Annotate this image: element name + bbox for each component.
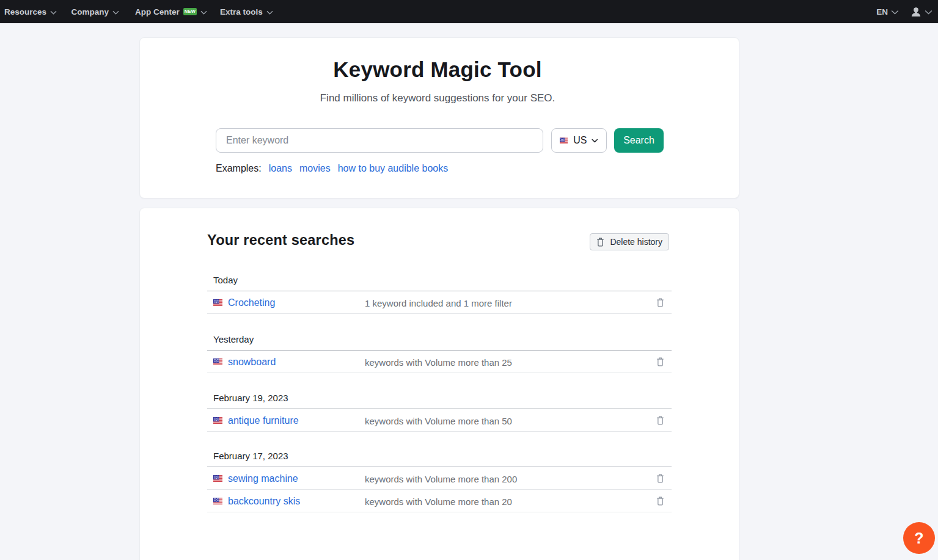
history-row: sewing machine keywords with Volume more…: [207, 467, 672, 490]
delete-history-button[interactable]: Delete history: [590, 233, 669, 250]
new-badge: NEW: [183, 8, 197, 15]
nav-item-label: Resources: [4, 7, 46, 16]
chevron-down-icon: [592, 139, 598, 143]
trash-icon: [656, 357, 664, 366]
history-keyword-link[interactable]: backcountry skis: [228, 496, 300, 507]
us-flag-icon: [213, 358, 222, 365]
chevron-down-icon: [112, 10, 119, 15]
trash-icon: [656, 416, 664, 425]
profile-menu[interactable]: [911, 7, 933, 17]
keyword-cell: Crocheting: [213, 297, 365, 308]
database-select[interactable]: US: [551, 128, 607, 153]
page-subtitle: Find millions of keyword suggestions for…: [136, 91, 739, 106]
nav-item-resources[interactable]: Resources: [4, 7, 57, 16]
trash-icon: [656, 474, 664, 483]
nav-item-label: Company: [71, 7, 109, 16]
chevron-down-icon: [50, 10, 57, 15]
main-content: Keyword Magic Tool Find millions of keyw…: [0, 37, 938, 560]
nav-item-extra-tools[interactable]: Extra tools: [220, 7, 273, 16]
keyword-input[interactable]: [216, 128, 543, 153]
history-keyword-link[interactable]: sewing machine: [228, 473, 298, 484]
nav-item-company[interactable]: Company: [71, 7, 120, 16]
example-link[interactable]: movies: [299, 162, 331, 174]
top-navbar: Resources Company App Center NEW Extra t…: [0, 0, 938, 23]
delete-row-button[interactable]: [656, 298, 664, 307]
history-row-description: keywords with Volume more than 200: [365, 474, 656, 484]
search-button[interactable]: Search: [614, 128, 664, 153]
nav-item-app-center[interactable]: App Center NEW: [135, 7, 207, 16]
keyword-cell: antique furniture: [213, 415, 365, 426]
chevron-down-icon: [266, 10, 273, 15]
delete-row-button[interactable]: [656, 474, 664, 483]
search-row: US Search: [216, 128, 664, 153]
history-keyword-link[interactable]: snowboard: [228, 357, 276, 368]
examples-label: Examples:: [216, 162, 262, 174]
history-group: Yesterday snowboard keywords with Volume…: [207, 333, 672, 373]
keyword-cell: snowboard: [213, 356, 365, 367]
examples-row: Examples: loans movies how to buy audibl…: [216, 162, 739, 174]
trash-icon: [656, 298, 664, 307]
us-flag-icon: [213, 498, 222, 504]
delete-row-button[interactable]: [656, 416, 664, 425]
history-group: February 17, 2023 sewing machine keyword…: [207, 450, 672, 512]
delete-row-button[interactable]: [656, 357, 664, 366]
recent-searches-card: Your recent searches Delete history Toda…: [139, 208, 739, 560]
history-keyword-link[interactable]: antique furniture: [228, 415, 299, 426]
keyword-cell: backcountry skis: [213, 495, 365, 506]
history-keyword-link[interactable]: Crocheting: [228, 297, 275, 308]
delete-history-label: Delete history: [610, 237, 662, 247]
trash-icon: [596, 238, 604, 247]
chevron-down-icon: [925, 10, 933, 15]
database-label: US: [573, 135, 587, 146]
history-header: Your recent searches Delete history: [207, 208, 672, 250]
history-group: February 19, 2023 antique furniture keyw…: [207, 392, 672, 432]
user-icon: [911, 7, 921, 17]
history-group-rows: Crocheting 1 keyword included and 1 more…: [207, 291, 672, 314]
history-group-rows: antique furniture keywords with Volume m…: [207, 409, 672, 432]
example-link[interactable]: how to buy audible books: [338, 162, 449, 174]
history-title: Your recent searches: [207, 231, 354, 249]
nav-item-label: Extra tools: [220, 7, 263, 16]
history-row-description: keywords with Volume more than 20: [365, 496, 656, 507]
keyword-cell: sewing machine: [213, 473, 365, 484]
help-button[interactable]: ?: [903, 522, 935, 554]
history-group-date: February 17, 2023: [207, 450, 672, 462]
history-group-date: February 19, 2023: [207, 392, 672, 404]
chevron-down-icon: [891, 10, 899, 15]
history-group-rows: sewing machine keywords with Volume more…: [207, 467, 672, 512]
history-group: Today Crocheting 1 keyword included and …: [207, 274, 672, 314]
history-row: Crocheting 1 keyword included and 1 more…: [207, 291, 672, 314]
chevron-down-icon: [200, 10, 207, 15]
language-label: EN: [876, 7, 888, 16]
delete-row-button[interactable]: [656, 496, 664, 506]
nav-item-label: App Center: [135, 7, 180, 16]
history-group-rows: snowboard keywords with Volume more than…: [207, 350, 672, 373]
search-card: Keyword Magic Tool Find millions of keyw…: [139, 37, 739, 198]
language-selector[interactable]: EN: [876, 7, 899, 16]
us-flag-icon: [213, 417, 222, 424]
history-row: snowboard keywords with Volume more than…: [207, 351, 672, 373]
history-group-date: Today: [207, 274, 672, 286]
history-row-description: keywords with Volume more than 50: [365, 416, 656, 426]
history-row: antique furniture keywords with Volume m…: [207, 409, 672, 432]
us-flag-icon: [213, 475, 222, 482]
page-title: Keyword Magic Tool: [136, 38, 739, 83]
history-group-date: Yesterday: [207, 333, 672, 346]
history-row-description: 1 keyword included and 1 more filter: [365, 298, 656, 308]
history-row: backcountry skis keywords with Volume mo…: [207, 490, 672, 512]
us-flag-icon: [213, 299, 222, 306]
us-flag-icon: [560, 137, 568, 144]
example-link[interactable]: loans: [269, 162, 292, 174]
history-groups: Today Crocheting 1 keyword included and …: [207, 274, 672, 512]
trash-icon: [656, 496, 664, 506]
history-row-description: keywords with Volume more than 25: [365, 357, 656, 368]
